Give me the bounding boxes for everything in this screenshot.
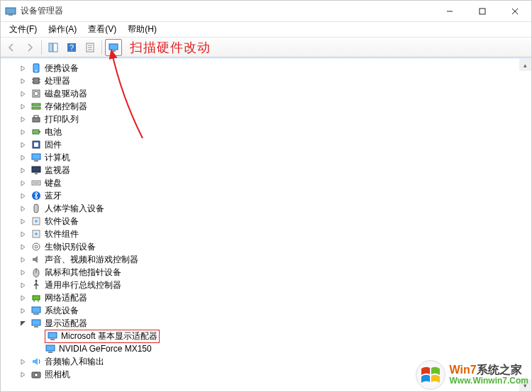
svg-rect-6: [49, 43, 52, 52]
expand-icon[interactable]: [18, 127, 28, 137]
tree-item[interactable]: 网络适配器: [18, 291, 531, 304]
expand-icon[interactable]: [18, 229, 28, 239]
tree-item[interactable]: 磁盘驱动器: [18, 87, 531, 100]
forward-button[interactable]: [21, 39, 38, 56]
expand-icon[interactable]: [18, 216, 28, 226]
tree-item[interactable]: 人体学输入设备: [18, 202, 531, 215]
keyboard-icon: [31, 177, 42, 189]
cpu-icon: [31, 75, 42, 86]
toolbar-separator: [101, 40, 102, 55]
tree-item[interactable]: 蓝牙: [18, 189, 531, 202]
expand-icon[interactable]: [18, 267, 28, 277]
svg-rect-53: [32, 307, 40, 313]
expand-icon[interactable]: [18, 242, 28, 252]
software-icon: [31, 228, 42, 240]
svg-rect-32: [34, 142, 38, 147]
expand-icon[interactable]: [18, 357, 28, 366]
bluetooth-icon: [31, 190, 42, 201]
svg-rect-34: [34, 160, 38, 162]
tree-item[interactable]: 监视器: [18, 164, 531, 177]
expand-icon[interactable]: [18, 76, 28, 86]
minimize-button[interactable]: [433, 1, 466, 21]
tree-item[interactable]: 打印队列: [18, 113, 531, 125]
expand-icon[interactable]: [18, 203, 28, 213]
tree-child-item[interactable]: NVIDIA GeForce MX150: [18, 342, 531, 355]
display-icon: [47, 330, 58, 342]
tree-item[interactable]: 处理器: [18, 74, 531, 87]
svg-rect-59: [46, 345, 55, 351]
toolbar-separator: [41, 40, 42, 55]
tree-item[interactable]: 生物识别设备: [18, 240, 531, 253]
tree-item[interactable]: 固件: [18, 138, 531, 151]
device-tree[interactable]: 便携设备处理器磁盘驱动器存储控制器打印队列电池固件计算机监视器键盘蓝牙人体学输入…: [1, 59, 531, 391]
expand-icon[interactable]: [18, 152, 28, 162]
watermark-brand-rest: 系统之家: [477, 364, 522, 376]
svg-rect-25: [32, 103, 40, 106]
scan-hardware-button[interactable]: [105, 39, 122, 56]
expand-icon[interactable]: [18, 114, 28, 124]
properties-button[interactable]: [82, 39, 99, 56]
tree-item[interactable]: 软件组件: [18, 228, 531, 240]
menu-action[interactable]: 操作(A): [43, 22, 82, 37]
tree-item[interactable]: 电池: [18, 125, 531, 138]
svg-rect-28: [34, 116, 38, 118]
tree-item-label: 软件设备: [45, 215, 79, 228]
watermark-text: Win7系统之家 Www.Winwin7.Com: [450, 364, 528, 386]
back-button[interactable]: [3, 39, 20, 56]
tree-item[interactable]: 存储控制器: [18, 100, 531, 113]
tree-item-label: 系统设备: [45, 305, 79, 317]
tree-item[interactable]: 键盘: [18, 177, 531, 189]
expand-icon[interactable]: [18, 293, 28, 303]
computer-icon: [31, 152, 42, 163]
tree-item[interactable]: 声音、视频和游戏控制器: [18, 253, 531, 266]
collapse-icon[interactable]: [18, 318, 28, 328]
tree-item[interactable]: 便携设备: [18, 62, 531, 74]
svg-rect-1: [9, 14, 13, 16]
watermark-brand-accent: Win7: [450, 364, 477, 376]
svg-rect-27: [33, 118, 40, 122]
show-hide-console-button[interactable]: [45, 39, 62, 56]
expand-icon[interactable]: [18, 140, 28, 150]
tree-item[interactable]: 鼠标和其他指针设备: [18, 266, 531, 279]
menu-file[interactable]: 文件(F): [4, 22, 43, 37]
network-icon: [31, 292, 42, 303]
close-button[interactable]: [499, 1, 531, 21]
svg-point-17: [35, 70, 37, 72]
expand-icon[interactable]: [18, 89, 28, 99]
watermark-url: Www.Winwin7.Com: [450, 376, 528, 386]
menu-help[interactable]: 帮助(H): [122, 22, 162, 37]
highlighted-item: Microsoft 基本显示适配器: [45, 330, 160, 343]
svg-rect-7: [53, 43, 57, 52]
tree-item[interactable]: 软件设备: [18, 215, 531, 228]
expand-icon[interactable]: [18, 280, 28, 290]
tree-item-label: 软件组件: [45, 228, 79, 240]
tree-item[interactable]: 显示适配器: [18, 317, 531, 330]
help-button[interactable]: ?: [63, 39, 80, 56]
portable-icon: [31, 62, 42, 74]
expand-icon[interactable]: [18, 254, 28, 264]
expand-icon[interactable]: [18, 63, 28, 73]
tree-item[interactable]: 系统设备: [18, 304, 531, 317]
svg-rect-54: [33, 313, 39, 315]
tree-item-label: 声音、视频和游戏控制器: [45, 254, 138, 266]
tree-child-item[interactable]: Microsoft 基本显示适配器: [18, 330, 531, 342]
tree-item-label: 监视器: [45, 164, 70, 177]
tree-item[interactable]: 计算机: [18, 151, 531, 164]
watermark: Win7系统之家 Www.Winwin7.Com: [416, 360, 528, 390]
firmware-icon: [31, 139, 42, 150]
maximize-button[interactable]: [466, 1, 499, 21]
tree-item[interactable]: 通用串行总线控制器: [18, 279, 531, 291]
tree-item-label: 照相机: [45, 369, 70, 381]
expand-icon[interactable]: [18, 306, 28, 315]
svg-rect-57: [48, 332, 57, 338]
expand-icon[interactable]: [18, 191, 28, 201]
annotation-label: 扫描硬件改动: [130, 39, 211, 56]
tree-item-label: 便携设备: [45, 62, 79, 74]
menu-view[interactable]: 查看(V): [82, 22, 122, 37]
expand-icon[interactable]: [18, 369, 28, 379]
expand-icon[interactable]: [18, 101, 28, 111]
scroll-up-button[interactable]: ▴: [519, 59, 531, 71]
toolbar: ? 扫描硬件改动: [1, 38, 531, 57]
expand-icon[interactable]: [18, 178, 28, 188]
expand-icon[interactable]: [18, 165, 28, 175]
